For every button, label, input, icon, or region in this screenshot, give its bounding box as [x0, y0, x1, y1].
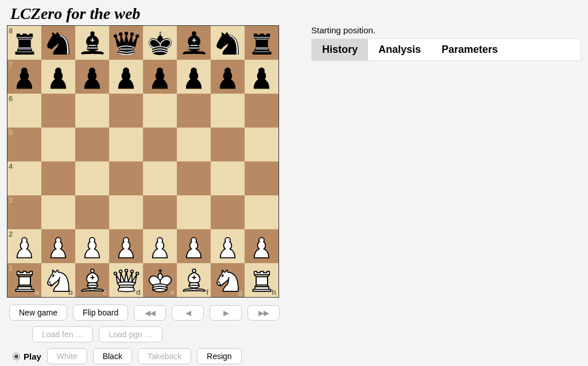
square-f2[interactable]: [177, 229, 211, 263]
square-a1[interactable]: 1a: [7, 263, 41, 297]
square-h6[interactable]: [245, 94, 278, 128]
radio-icon: [13, 353, 20, 360]
square-h8[interactable]: [245, 26, 278, 60]
square-f6[interactable]: [177, 94, 211, 128]
square-e8[interactable]: [143, 26, 177, 60]
square-f5[interactable]: [177, 128, 211, 161]
nav-next-button[interactable]: ▶: [210, 305, 242, 321]
square-g7[interactable]: [211, 60, 245, 94]
square-c1[interactable]: c: [75, 263, 109, 297]
chess-board[interactable]: 87654321abcdefgh: [7, 25, 279, 298]
tab-history[interactable]: History: [312, 39, 368, 60]
white-pawn-icon: [109, 229, 143, 263]
black-bishop-icon: [177, 26, 211, 60]
square-h1[interactable]: h: [245, 263, 278, 297]
square-b1[interactable]: b: [41, 263, 75, 297]
tab-parameters[interactable]: Parameters: [431, 39, 508, 60]
square-c6[interactable]: [75, 94, 109, 128]
square-h5[interactable]: [245, 128, 278, 161]
new-game-button[interactable]: New game: [9, 305, 67, 321]
takeback-button[interactable]: Takeback: [138, 348, 191, 364]
mode-play-label: Play: [24, 352, 41, 361]
square-d6[interactable]: [109, 94, 143, 128]
square-c7[interactable]: [75, 60, 109, 94]
black-pawn-icon: [109, 60, 143, 94]
black-pawn-icon: [75, 60, 109, 94]
white-button[interactable]: White: [47, 348, 87, 364]
square-a5[interactable]: 5: [7, 128, 41, 161]
square-b3[interactable]: [41, 195, 75, 229]
square-c2[interactable]: [75, 229, 109, 263]
white-knight-icon: [211, 263, 245, 297]
square-h7[interactable]: [245, 60, 278, 94]
load-fen-button[interactable]: Load fen …: [32, 326, 93, 342]
flip-board-button[interactable]: Flip board: [73, 305, 128, 321]
square-e6[interactable]: [143, 94, 177, 128]
square-e2[interactable]: [143, 229, 177, 263]
square-g5[interactable]: [211, 128, 245, 161]
square-b4[interactable]: [41, 161, 75, 195]
square-a8[interactable]: 8: [7, 26, 41, 60]
square-h3[interactable]: [245, 195, 278, 229]
square-d3[interactable]: [109, 195, 143, 229]
black-button[interactable]: Black: [93, 348, 132, 364]
square-g3[interactable]: [211, 195, 245, 229]
square-d8[interactable]: [109, 26, 143, 60]
square-b5[interactable]: [41, 128, 75, 161]
square-a3[interactable]: 3: [7, 195, 41, 229]
nav-last-button[interactable]: ▶▶: [247, 305, 280, 321]
square-e4[interactable]: [143, 161, 177, 195]
square-b7[interactable]: [41, 60, 75, 94]
nav-first-button[interactable]: ◀◀: [134, 305, 166, 321]
white-bishop-icon: [75, 263, 109, 297]
square-d2[interactable]: [109, 229, 143, 263]
square-a7[interactable]: 7: [7, 60, 41, 94]
page-title: LCZero for the web: [0, 0, 588, 25]
resign-button[interactable]: Resign: [197, 348, 242, 364]
square-g2[interactable]: [211, 229, 245, 263]
square-f8[interactable]: [177, 26, 211, 60]
black-knight-icon: [41, 26, 75, 60]
square-h4[interactable]: [245, 161, 278, 195]
white-pawn-icon: [143, 229, 177, 263]
square-d4[interactable]: [109, 161, 143, 195]
square-g4[interactable]: [211, 161, 245, 195]
square-e1[interactable]: e: [143, 263, 177, 297]
square-f1[interactable]: f: [177, 263, 211, 297]
square-e7[interactable]: [143, 60, 177, 94]
square-c5[interactable]: [75, 128, 109, 161]
square-a4[interactable]: 4: [7, 161, 41, 195]
black-pawn-icon: [211, 60, 245, 94]
square-g6[interactable]: [211, 94, 245, 128]
square-h2[interactable]: [245, 229, 278, 263]
rank-label: 6: [9, 94, 13, 103]
square-f4[interactable]: [177, 161, 211, 195]
square-a2[interactable]: 2: [7, 229, 41, 263]
white-bishop-icon: [177, 263, 211, 297]
square-d1[interactable]: d: [109, 263, 143, 297]
black-pawn-icon: [177, 60, 211, 94]
tab-analysis[interactable]: Analysis: [368, 39, 431, 60]
nav-prev-button[interactable]: ◀: [172, 305, 204, 321]
white-rook-icon: [245, 263, 278, 297]
square-d5[interactable]: [109, 128, 143, 161]
black-knight-icon: [211, 26, 245, 60]
square-g1[interactable]: g: [211, 263, 245, 297]
square-f3[interactable]: [177, 195, 211, 229]
square-b8[interactable]: [41, 26, 75, 60]
black-pawn-icon: [41, 60, 75, 94]
square-g8[interactable]: [211, 26, 245, 60]
square-b2[interactable]: [41, 229, 75, 263]
square-a6[interactable]: 6: [7, 94, 41, 128]
load-pgn-button[interactable]: Load pgn …: [99, 326, 162, 342]
tab-spacer: [508, 39, 581, 60]
square-b6[interactable]: [41, 94, 75, 128]
mode-play-radio[interactable]: Play: [13, 352, 41, 361]
square-c3[interactable]: [75, 195, 109, 229]
square-f7[interactable]: [177, 60, 211, 94]
square-e3[interactable]: [143, 195, 177, 229]
square-c8[interactable]: [75, 26, 109, 60]
square-d7[interactable]: [109, 60, 143, 94]
square-e5[interactable]: [143, 128, 177, 161]
square-c4[interactable]: [75, 161, 109, 195]
